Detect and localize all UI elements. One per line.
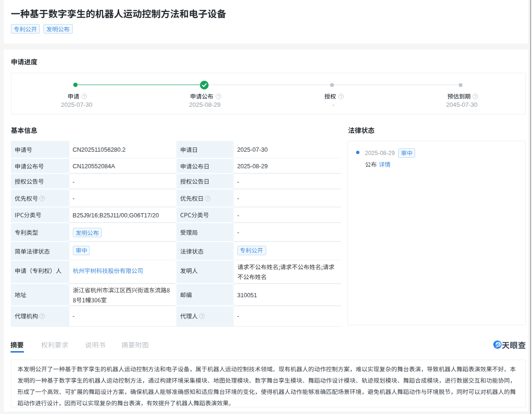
svg-text:?: ? (206, 196, 209, 201)
svg-text:?: ? (201, 313, 203, 319)
svg-text:?: ? (217, 94, 219, 99)
svg-text:?: ? (340, 94, 342, 99)
svg-text:?: ? (41, 313, 43, 319)
svg-text:?: ? (83, 94, 86, 99)
svg-text:?: ? (41, 196, 43, 201)
svg-text:?: ? (474, 94, 477, 99)
